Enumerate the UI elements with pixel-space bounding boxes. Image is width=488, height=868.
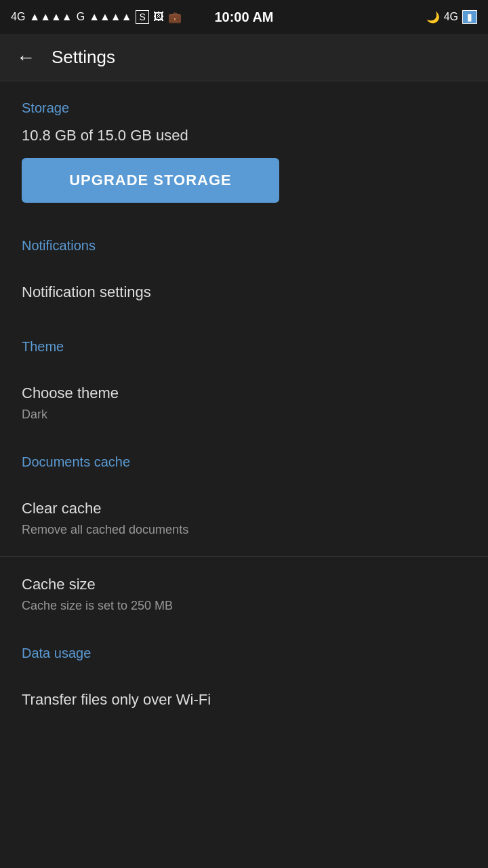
upgrade-storage-button[interactable]: UPGRADE STORAGE xyxy=(22,158,279,203)
icon-photo: 🖼 xyxy=(153,11,164,23)
theme-section: Theme xyxy=(0,320,488,371)
storage-section-title: Storage xyxy=(22,100,466,116)
status-time: 10:00 AM xyxy=(214,9,273,25)
notifications-section-title: Notifications xyxy=(22,238,466,254)
battery-icon: ▮ xyxy=(462,10,477,24)
notification-settings-row[interactable]: Notification settings xyxy=(0,270,488,320)
transfer-wifi-label: Transfer files only over Wi-Fi xyxy=(22,691,466,709)
cache-size-desc: Cache size is set to 250 MB xyxy=(22,599,466,613)
back-button[interactable]: ← xyxy=(16,47,35,68)
choose-theme-label: Choose theme xyxy=(22,384,466,402)
clear-cache-desc: Remove all cached documents xyxy=(22,523,466,537)
divider-1 xyxy=(0,556,488,557)
app-header: ← Settings xyxy=(0,34,488,81)
theme-section-title: Theme xyxy=(22,339,466,355)
data-usage-title: Data usage xyxy=(22,646,466,661)
clear-cache-label: Clear cache xyxy=(22,500,466,517)
notifications-section: Notifications xyxy=(0,219,488,270)
signal-bars-1: ▲▲▲▲ xyxy=(29,11,72,23)
theme-value: Dark xyxy=(22,408,466,422)
choose-theme-row[interactable]: Choose theme Dark xyxy=(0,371,488,435)
clear-cache-row[interactable]: Clear cache Remove all cached documents xyxy=(0,486,488,551)
status-left: 4G ▲▲▲▲ G ▲▲▲▲ S 🖼 💼 xyxy=(11,10,182,24)
icon-briefcase: 💼 xyxy=(168,11,182,24)
signal-4g-right: 4G xyxy=(444,11,458,23)
settings-content: Storage 10.8 GB of 15.0 GB used UPGRADE … xyxy=(0,81,488,721)
signal-4g: 4G xyxy=(11,11,25,23)
signal-bars-2: ▲▲▲▲ xyxy=(89,11,131,23)
moon-icon: 🌙 xyxy=(426,11,440,24)
data-usage-section: Data usage xyxy=(0,627,488,677)
documents-cache-title: Documents cache xyxy=(22,454,466,470)
documents-cache-section: Documents cache xyxy=(0,435,488,486)
storage-used-text: 10.8 GB of 15.0 GB used xyxy=(22,127,466,144)
notification-settings-label: Notification settings xyxy=(22,283,466,301)
storage-section: Storage 10.8 GB of 15.0 GB used UPGRADE … xyxy=(0,81,488,219)
icon-s: S xyxy=(136,10,148,24)
signal-g: G xyxy=(77,11,85,23)
page-title: Settings xyxy=(52,47,115,68)
status-right: 🌙 4G ▮ xyxy=(426,10,477,24)
transfer-wifi-row[interactable]: Transfer files only over Wi-Fi xyxy=(0,677,488,721)
status-bar: 4G ▲▲▲▲ G ▲▲▲▲ S 🖼 💼 10:00 AM 🌙 4G ▮ xyxy=(0,0,488,34)
cache-size-row[interactable]: Cache size Cache size is set to 250 MB xyxy=(0,562,488,627)
cache-size-label: Cache size xyxy=(22,576,466,593)
